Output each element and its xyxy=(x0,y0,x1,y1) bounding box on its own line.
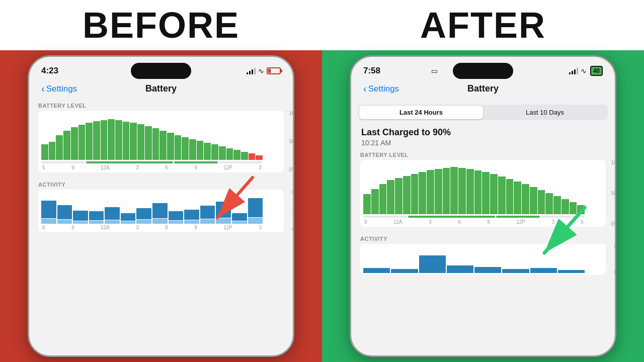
after-label: AFTER xyxy=(420,5,546,46)
charging-bar-before xyxy=(41,161,263,163)
signal-icon-after xyxy=(569,67,578,74)
nav-title-after: Battery xyxy=(467,83,499,94)
before-label: BEFORE xyxy=(83,5,239,46)
back-label-after: Settings xyxy=(368,84,399,94)
status-icons-after: ∿ 40 xyxy=(569,66,603,76)
segment-10d[interactable]: Last 10 Days xyxy=(483,106,607,119)
panel-before: 4:23 ∿ ‹ xyxy=(0,50,322,362)
red-arrow-before xyxy=(202,172,263,233)
battery-bars-before xyxy=(41,115,263,160)
activity-y-labels-after: 60m 0m xyxy=(614,244,615,275)
panel-after: 7:58 ▭ ∿ 40 ‹ Settin xyxy=(322,50,644,362)
battery-chart-label-after: BATTERY LEVEL xyxy=(360,152,606,158)
battery-chart-section-before: BATTERY LEVEL xyxy=(34,100,288,175)
segment-24h[interactable]: Last 24 Hours xyxy=(359,106,483,119)
activity-y-labels-before: 60m 30m 0m xyxy=(292,190,293,232)
battery-y-labels-before: 100% 50% 0% xyxy=(289,111,293,172)
last-charged-time: 10:21 AM xyxy=(361,139,605,147)
battery-y-labels-after: 100% 50% 0% xyxy=(611,160,615,227)
phone-before: 4:23 ∿ ‹ xyxy=(28,55,294,357)
nav-title-before: Battery xyxy=(145,83,177,94)
svg-line-3 xyxy=(544,208,585,253)
green-arrow-after xyxy=(529,203,595,268)
wifi-icon-after: ∿ xyxy=(581,67,587,75)
battery-icon-before xyxy=(267,67,281,74)
svg-line-1 xyxy=(217,177,253,218)
phone-after: 7:58 ▭ ∿ 40 ‹ Settin xyxy=(350,55,616,357)
battery-x-labels-before: 6 9 12A 3 6 9 12P 3 xyxy=(41,165,263,170)
wifi-icon-before: ∿ xyxy=(258,67,264,75)
dynamic-island-before xyxy=(131,63,191,79)
screen-icon-after: ▭ xyxy=(431,67,438,75)
back-button-after[interactable]: ‹ Settings xyxy=(363,83,399,95)
segment-control-after[interactable]: Last 24 Hours Last 10 Days xyxy=(358,105,608,120)
signal-icon-before xyxy=(247,67,256,74)
header-after: AFTER xyxy=(322,0,644,50)
nav-bar-after: ‹ Settings Battery xyxy=(351,81,615,100)
time-before: 4:23 xyxy=(41,66,66,76)
back-button-before[interactable]: ‹ Settings xyxy=(41,83,77,95)
back-chevron-before: ‹ xyxy=(41,83,45,95)
battery-percent-after: 40 xyxy=(590,66,603,76)
last-charged-block: Last Charged to 90% 10:21 AM xyxy=(356,123,610,149)
back-label-before: Settings xyxy=(46,84,77,94)
last-charged-title: Last Charged to 90% xyxy=(361,127,605,138)
header-row: BEFORE AFTER xyxy=(0,0,644,50)
panels: 4:23 ∿ ‹ xyxy=(0,50,644,362)
status-icons-before: ∿ xyxy=(247,67,281,75)
nav-bar-before: ‹ Settings Battery xyxy=(29,81,293,100)
dynamic-island-after xyxy=(453,63,513,79)
battery-chart-label-before: BATTERY LEVEL xyxy=(38,103,284,109)
battery-chart-area-before: 100% 50% 0% 6 9 xyxy=(38,111,284,172)
time-after: 7:58 xyxy=(363,66,388,76)
header-before: BEFORE xyxy=(0,0,322,50)
back-chevron-after: ‹ xyxy=(363,83,367,95)
